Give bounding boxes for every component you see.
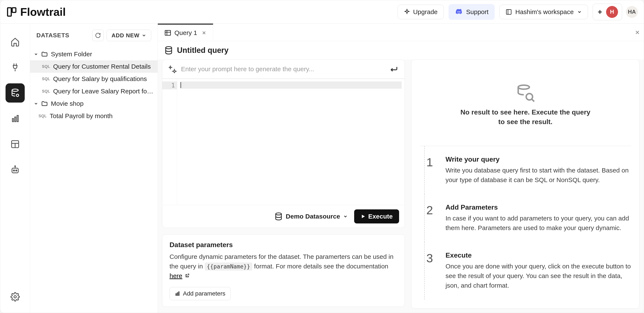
tab-query-1[interactable]: Query 1 bbox=[158, 24, 213, 41]
tab-label: Query 1 bbox=[174, 29, 197, 37]
tree-item[interactable]: SQL Query for Leave Salary Report for... bbox=[30, 85, 158, 97]
chart-icon bbox=[175, 291, 180, 296]
svg-rect-8 bbox=[12, 119, 14, 122]
onboarding-step: 1 Write your query Write you database qu… bbox=[424, 146, 631, 194]
close-icon bbox=[634, 30, 640, 35]
tree-item[interactable]: SQL Query for Salary by qualifications bbox=[30, 73, 158, 85]
onboarding-step: 3 Execute Once you are done with your qu… bbox=[424, 242, 631, 299]
sparkle-icon bbox=[169, 65, 177, 73]
support-button[interactable]: Support bbox=[448, 4, 495, 20]
close-icon[interactable] bbox=[202, 30, 206, 35]
svg-rect-9 bbox=[15, 117, 16, 122]
svg-rect-30 bbox=[176, 293, 176, 295]
nav-ai[interactable] bbox=[6, 160, 25, 179]
tree-item-label: Query for Salary by qualifications bbox=[53, 75, 147, 83]
add-new-button[interactable]: ADD NEW bbox=[107, 30, 151, 41]
database-icon bbox=[164, 46, 173, 55]
nav-rail bbox=[0, 24, 30, 313]
sql-icon: SQL bbox=[42, 77, 50, 81]
sql-icon: SQL bbox=[42, 89, 50, 94]
tree-folder[interactable]: System Folder bbox=[30, 48, 158, 60]
tree-item-label: Query for Leave Salary Report for... bbox=[53, 88, 154, 95]
logo[interactable]: Flowtrail bbox=[6, 6, 66, 18]
svg-point-19 bbox=[14, 296, 16, 298]
prompt-input[interactable] bbox=[181, 66, 386, 73]
add-parameters-button[interactable]: Add parameters bbox=[170, 287, 231, 300]
svg-rect-14 bbox=[12, 168, 18, 173]
sql-icon: SQL bbox=[42, 64, 50, 69]
workspace-selector[interactable]: Hashim's workspace bbox=[500, 5, 588, 19]
nav-charts[interactable] bbox=[6, 109, 25, 128]
params-title: Dataset parameters bbox=[170, 241, 398, 249]
datasource-selector[interactable]: Demo Datasource bbox=[274, 212, 348, 221]
user-badge[interactable]: HA bbox=[626, 6, 638, 18]
code-editor[interactable]: 1 bbox=[162, 79, 405, 205]
brand-name: Flowtrail bbox=[20, 6, 66, 18]
upgrade-label: Upgrade bbox=[413, 8, 438, 16]
plug-icon bbox=[10, 63, 20, 72]
line-gutter: 1 bbox=[162, 79, 177, 205]
chevron-down-icon bbox=[343, 214, 348, 219]
tree-item[interactable]: SQL Query for Customer Rental Details bbox=[30, 60, 158, 73]
layout-icon bbox=[506, 9, 512, 15]
params-card: Dataset parameters Configure dynamic par… bbox=[162, 234, 405, 307]
step-number: 1 bbox=[426, 156, 439, 185]
tree-item[interactable]: SQL Total Payroll by month bbox=[30, 110, 158, 122]
sql-icon: SQL bbox=[38, 114, 47, 118]
step-number: 2 bbox=[426, 204, 439, 233]
nav-connections[interactable] bbox=[6, 58, 25, 77]
param-code: {{paramName}} bbox=[205, 262, 252, 270]
enter-icon[interactable] bbox=[390, 65, 398, 73]
step-desc: In case if you want to add parameters to… bbox=[446, 213, 631, 233]
svg-point-18 bbox=[15, 166, 16, 167]
home-icon bbox=[10, 37, 20, 47]
onboarding-step: 2 Add Parameters In case if you want to … bbox=[424, 194, 631, 242]
nav-settings[interactable] bbox=[6, 287, 25, 306]
empty-text: No result to see here. Execute the query… bbox=[459, 107, 592, 127]
refresh-icon bbox=[95, 33, 101, 38]
svg-rect-2 bbox=[506, 9, 511, 14]
svg-point-6 bbox=[12, 89, 18, 92]
step-title: Write your query bbox=[446, 155, 631, 163]
add-new-label: ADD NEW bbox=[112, 32, 140, 39]
nav-dashboards[interactable] bbox=[6, 135, 25, 154]
folder-open-icon bbox=[41, 51, 48, 58]
step-number: 3 bbox=[426, 252, 439, 290]
execute-button[interactable]: Execute bbox=[354, 209, 399, 223]
dataset-tree: System Folder SQL Query for Customer Ren… bbox=[30, 47, 158, 123]
results-panel: No result to see here. Execute the query… bbox=[411, 60, 640, 308]
tree-folder[interactable]: Movie shop bbox=[30, 97, 158, 110]
cursor bbox=[180, 82, 181, 88]
execute-label: Execute bbox=[368, 213, 393, 220]
svg-marker-29 bbox=[362, 215, 365, 218]
database-gear-icon bbox=[10, 88, 20, 98]
datasource-label: Demo Datasource bbox=[286, 213, 340, 220]
refresh-button[interactable] bbox=[92, 30, 104, 41]
chevron-down-icon bbox=[577, 10, 582, 14]
svg-point-33 bbox=[518, 85, 530, 89]
upgrade-button[interactable]: Upgrade bbox=[398, 5, 444, 19]
svg-point-28 bbox=[276, 213, 281, 215]
nav-datasets[interactable] bbox=[6, 83, 25, 103]
docs-link[interactable]: here bbox=[170, 272, 182, 279]
chevron-down-icon bbox=[34, 52, 38, 56]
svg-rect-31 bbox=[177, 293, 178, 295]
step-title: Execute bbox=[446, 251, 631, 259]
svg-point-34 bbox=[526, 94, 532, 100]
svg-rect-20 bbox=[165, 30, 170, 35]
step-desc: Once you are done with your query, click… bbox=[446, 261, 631, 290]
folder-label: System Folder bbox=[51, 51, 92, 58]
query-editor: 1 Demo Datasource bbox=[162, 60, 405, 228]
add-member-button[interactable]: H bbox=[593, 4, 622, 20]
folder-label: Movie shop bbox=[51, 100, 84, 107]
nav-home[interactable] bbox=[6, 32, 25, 51]
avatar: H bbox=[606, 6, 618, 18]
svg-rect-1 bbox=[12, 8, 16, 12]
chevron-down-icon bbox=[34, 102, 38, 106]
svg-rect-10 bbox=[17, 115, 18, 122]
line-number: 1 bbox=[162, 82, 177, 89]
close-all-tabs[interactable] bbox=[631, 24, 644, 41]
topbar: Flowtrail Upgrade Support Hashim' bbox=[0, 0, 644, 24]
page-title: Untitled query bbox=[177, 46, 228, 55]
svg-rect-32 bbox=[178, 292, 179, 295]
